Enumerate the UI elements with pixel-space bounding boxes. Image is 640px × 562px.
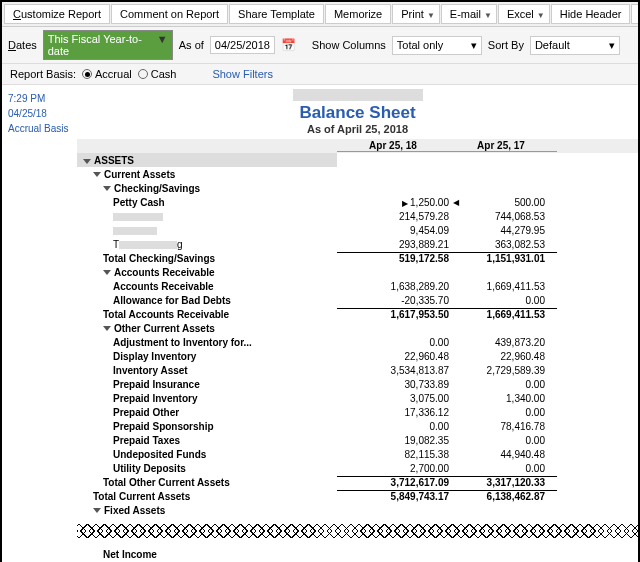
torn-edge-bottom [77,531,638,545]
prepaid-taxes-row[interactable]: Prepaid Taxes19,082.350.00 [77,433,638,447]
allowance-row[interactable]: Allowance for Bad Debts-20,335.700.00 [77,293,638,307]
fixed-assets-section[interactable]: Fixed Assets [77,503,638,517]
table-row[interactable]: Tg293,889.21363,082.53 [77,237,638,251]
calendar-icon[interactable]: 📅 [281,38,296,52]
report-meta-sidebar: 7:29 PM 04/25/18 Accrual Basis [2,85,77,562]
dropdown-arrow-icon: ▼ [484,11,492,20]
report-time: 7:29 PM [8,93,71,104]
checking-savings-section[interactable]: Checking/Savings [77,181,638,195]
total-checking-savings-row: Total Checking/Savings519,172.581,151,93… [77,251,638,265]
sort-by-dropdown[interactable]: Default▾ [530,36,620,55]
dates-label: Dates [8,39,37,51]
expand-icon [93,172,101,177]
show-columns-label: Show Columns [312,39,386,51]
cash-radio[interactable]: Cash [138,68,177,80]
chevron-down-icon: ▼ [157,33,168,57]
chevron-down-icon: ▾ [471,39,477,52]
table-row[interactable]: 214,579.28744,068.53 [77,209,638,223]
as-of-label: As of [179,39,204,51]
print-button[interactable]: Print▼ [392,4,440,24]
report-date: 04/25/18 [8,108,71,119]
date-range-dropdown[interactable]: This Fiscal Year-to-date▼ [43,30,173,60]
report-body: Balance Sheet As of April 25, 2018 Apr 2… [77,85,638,562]
report-basis: Accrual Basis [8,123,71,134]
torn-edge-top [77,517,638,531]
toolbar: CCustomize Reportustomize Report Comment… [2,2,638,27]
basis-bar: Report Basis: Accrual Cash Show Filters [2,64,638,85]
other-ca-section[interactable]: Other Current Assets [77,321,638,335]
ar-section[interactable]: Accounts Receivable [77,265,638,279]
prepaid-inventory-row[interactable]: Prepaid Inventory3,075.001,340.00 [77,391,638,405]
filter-bar: Dates This Fiscal Year-to-date▼ As of 📅 … [2,27,638,64]
collapse-button[interactable]: Collapse [631,4,640,24]
customize-report-button[interactable]: CCustomize Reportustomize Report [4,4,110,24]
dropdown-arrow-icon: ▼ [537,11,545,20]
dropdown-arrow-icon: ▼ [427,11,435,20]
sort-label: Sort By [488,39,524,51]
total-ar-row: Total Accounts Receivable1,617,953.501,6… [77,307,638,321]
assets-section[interactable]: ASSETS [77,153,638,167]
expand-icon [103,270,111,275]
show-filters-link[interactable]: Show Filters [212,68,273,80]
col1-header: Apr 25, 18 [337,140,457,152]
expand-icon [93,508,101,513]
prepaid-insurance-row[interactable]: Prepaid Insurance30,733.890.00 [77,377,638,391]
utility-deposits-row[interactable]: Utility Deposits2,700.000.00 [77,461,638,475]
inventory-asset-row[interactable]: Inventory Asset3,534,813.872,729,589.39 [77,363,638,377]
total-ca-row: Total Current Assets5,849,743.176,138,46… [77,489,638,503]
hide-header-button[interactable]: Hide Header [551,4,631,24]
report-title: Balance Sheet [77,103,638,123]
memorize-button[interactable]: Memorize [325,4,391,24]
adj-inventory-row[interactable]: Adjustment to Inventory for...0.00439,87… [77,335,638,349]
chevron-down-icon: ▾ [609,39,615,52]
show-columns-dropdown[interactable]: Total only▾ [392,36,482,55]
ar-row[interactable]: Accounts Receivable1,638,289.201,669,411… [77,279,638,293]
total-oca-row: Total Other Current Assets3,712,617.093,… [77,475,638,489]
display-inventory-row[interactable]: Display Inventory22,960.4822,960.48 [77,349,638,363]
current-assets-section[interactable]: Current Assets [77,167,638,181]
column-header-row: Apr 25, 18 Apr 25, 17 [77,139,638,153]
prepaid-other-row[interactable]: Prepaid Other17,336.120.00 [77,405,638,419]
prepaid-sponsorship-row[interactable]: Prepaid Sponsorship0.0078,416.78 [77,419,638,433]
expand-icon [83,159,91,164]
net-income-row: Net Income [77,547,638,561]
share-template-button[interactable]: Share Template [229,4,324,24]
col2-header: Apr 25, 17 [457,140,557,152]
report-basis-label: Report Basis: [10,68,76,80]
report-subtitle: As of April 25, 2018 [77,123,638,135]
expand-icon [103,186,111,191]
excel-button[interactable]: Excel▼ [498,4,550,24]
undeposited-funds-row[interactable]: Undeposited Funds82,115.3844,940.48 [77,447,638,461]
expand-icon [103,326,111,331]
accrual-radio[interactable]: Accrual [82,68,132,80]
petty-cash-row[interactable]: Petty Cash1,250.00500.00 [77,195,638,209]
comment-report-button[interactable]: Comment on Report [111,4,228,24]
company-name-redacted [293,89,423,101]
as-of-date-input[interactable] [210,36,275,54]
table-row[interactable]: 9,454.0944,279.95 [77,223,638,237]
email-button[interactable]: E-mail▼ [441,4,497,24]
